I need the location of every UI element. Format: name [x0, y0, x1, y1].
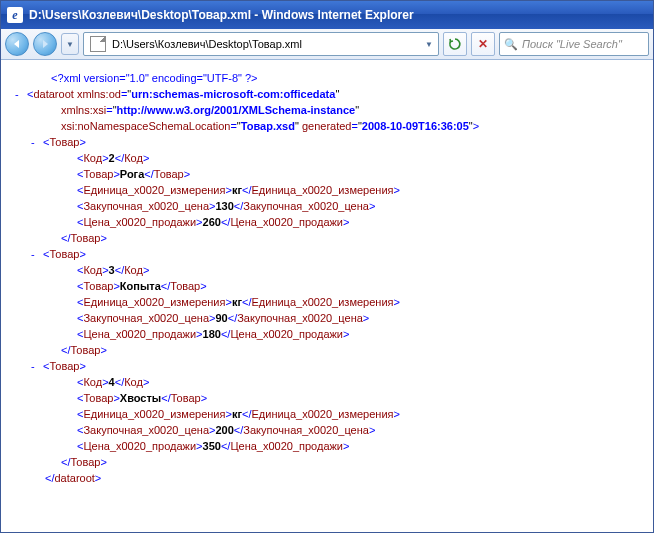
address-input[interactable] — [110, 37, 422, 51]
toggle-icon[interactable]: - — [15, 86, 27, 102]
toggle-icon[interactable]: - — [31, 246, 43, 262]
address-dropdown-icon[interactable]: ▼ — [422, 40, 436, 49]
search-icon: 🔍 — [504, 38, 518, 51]
refresh-icon — [448, 37, 462, 51]
stop-icon: ✕ — [478, 37, 488, 51]
search-input[interactable] — [520, 37, 654, 51]
xml-view: <?xml version="1.0" encoding="UTF-8" ?>-… — [1, 60, 653, 532]
nav-bar: ▼ ▼ ✕ 🔍 — [1, 29, 653, 60]
recent-pages-dropdown[interactable]: ▼ — [61, 33, 79, 55]
back-button[interactable] — [5, 32, 29, 56]
page-icon — [90, 36, 106, 52]
ie-icon: e — [7, 7, 23, 23]
refresh-button[interactable] — [443, 32, 467, 56]
arrow-right-icon — [40, 39, 50, 49]
toggle-icon[interactable]: - — [31, 134, 43, 150]
stop-button[interactable]: ✕ — [471, 32, 495, 56]
toggle-icon[interactable]: - — [31, 358, 43, 374]
ie-window: e D:\Users\Козлевич\Desktop\Товар.xml - … — [0, 0, 654, 533]
arrow-left-icon — [12, 39, 22, 49]
address-bar[interactable]: ▼ — [83, 32, 439, 56]
forward-button[interactable] — [33, 32, 57, 56]
title-bar: e D:\Users\Козлевич\Desktop\Товар.xml - … — [1, 1, 653, 29]
window-title: D:\Users\Козлевич\Desktop\Товар.xml - Wi… — [29, 8, 647, 22]
search-bar[interactable]: 🔍 — [499, 32, 649, 56]
